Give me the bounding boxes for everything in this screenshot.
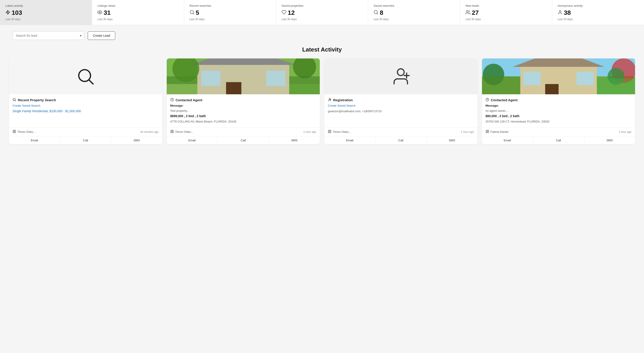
svg-rect-47: [545, 84, 558, 94]
card-footer: Timon Osbo... 1 hour ago EmailCallSMS: [324, 127, 478, 144]
action-btn-call[interactable]: Call: [376, 136, 427, 144]
stat-value-row: 31: [97, 9, 178, 16]
card-saved-search-link[interactable]: Create Saved Search: [12, 104, 159, 107]
svg-rect-22: [266, 71, 285, 86]
stat-label: Saved properties: [282, 4, 362, 8]
card-type-label: Contacted Agent: [176, 98, 202, 102]
create-lead-button[interactable]: Create Lead: [88, 31, 115, 40]
action-btn-email[interactable]: Email: [167, 136, 218, 144]
card-image: [9, 59, 162, 94]
stat-value-row: 27: [466, 9, 546, 16]
svg-rect-23: [167, 84, 197, 94]
card-address: 4779 COLLINS AV, Miami Beach, FLORIDA, 3…: [170, 120, 316, 124]
stat-icon-recent-searches: [190, 10, 194, 16]
svg-rect-21: [201, 71, 220, 86]
stat-number: 27: [472, 9, 479, 16]
svg-marker-0: [6, 10, 10, 14]
card-image: [482, 59, 635, 94]
action-btn-email[interactable]: Email: [9, 136, 60, 144]
card-agent-row: Timon Osbo... 44 minutes ago: [9, 127, 162, 136]
action-btn-call[interactable]: Call: [60, 136, 112, 144]
action-btn-email[interactable]: Email: [324, 136, 376, 144]
stat-value-row: 8: [374, 9, 454, 16]
action-btn-sms[interactable]: SMS: [111, 136, 162, 144]
svg-point-36: [329, 98, 330, 100]
card-type-label: Recent Property Search: [18, 98, 56, 102]
stat-icon-saved-searches: [374, 10, 378, 16]
svg-point-8: [79, 70, 91, 82]
stat-sublabel: Last 30 days: [97, 18, 178, 21]
svg-line-5: [377, 13, 378, 14]
action-btn-sms[interactable]: SMS: [426, 136, 478, 144]
stat-icon-anonymous-activity: [558, 10, 562, 16]
action-btn-sms[interactable]: SMS: [269, 136, 320, 144]
card-property-title: Single Family Residential, $100,000 - $1…: [12, 109, 159, 114]
action-btn-call[interactable]: Call: [218, 136, 269, 144]
stat-value-row: 5: [190, 9, 270, 16]
card-body: Contacted Agent Message:no agent owner..…: [482, 94, 635, 127]
svg-line-9: [90, 80, 93, 84]
large-register-icon: [391, 66, 411, 87]
search-container: ▾: [12, 31, 84, 40]
stat-number: 5: [196, 9, 200, 16]
svg-rect-53: [482, 76, 520, 94]
agent-icon: [328, 130, 332, 134]
stat-card-latest-activity: Latest activity 103 Last 30 days: [0, 0, 92, 25]
card-image: [167, 59, 320, 94]
stat-sublabel: Last 30 days: [558, 18, 639, 21]
svg-rect-15: [13, 132, 14, 133]
stat-label: Recent searches: [190, 4, 270, 8]
activity-card-card-3: Registration Create Saved Searchguwozor@…: [324, 59, 478, 144]
stat-card-saved-properties: Saved properties 12 Last 30 days: [276, 0, 368, 25]
agent-name: Fatima Daniel: [490, 130, 508, 134]
card-footer: Fatima Daniel 1 hour ago EmailCallSMS: [482, 127, 635, 144]
card-address: 25763 SW 128 CT, Homestead, FLORIDA, 330…: [486, 120, 632, 124]
card-body: Recent Property Search Create Saved Sear…: [9, 94, 162, 127]
card-type-row: Registration: [328, 98, 474, 102]
svg-rect-49: [576, 72, 594, 85]
stats-bar: Latest activity 103 Last 30 days Listing…: [0, 0, 644, 25]
search-input[interactable]: [12, 31, 84, 40]
stat-label: Saved searches: [374, 4, 454, 8]
stat-number: 31: [104, 9, 110, 16]
card-type-row: Contacted Agent: [170, 98, 316, 102]
card-actions: EmailCallSMS: [9, 136, 162, 144]
card-price: $899,000 , 2 bed , 2 bath: [170, 114, 316, 118]
action-btn-sms[interactable]: SMS: [584, 136, 635, 144]
card-saved-search-link[interactable]: Create Saved Search: [328, 104, 474, 107]
card-body: Contacted Agent Message:Test property...…: [167, 94, 320, 127]
time-ago: 1 hour ago: [461, 130, 474, 134]
agent-name: Timon Osbo...: [175, 130, 193, 134]
stat-number: 8: [380, 9, 383, 16]
house-image-1: [167, 59, 320, 94]
card-type-row: Recent Property Search: [12, 98, 159, 102]
stat-sublabel: Last 30 days: [466, 18, 546, 21]
svg-rect-58: [488, 130, 489, 131]
agent-icon: [170, 130, 174, 134]
stat-number: 103: [12, 9, 22, 16]
stat-value-row: 38: [558, 9, 639, 16]
card-agent-row: Fatima Daniel 1 hour ago: [482, 127, 635, 136]
svg-rect-20: [226, 82, 241, 94]
action-btn-email[interactable]: Email: [482, 136, 533, 144]
action-btn-call[interactable]: Call: [533, 136, 584, 144]
card-type-icon: [328, 98, 332, 102]
stat-icon-listings-views: [97, 10, 102, 16]
stat-sublabel: Last 30 days: [374, 18, 454, 21]
svg-rect-30: [172, 130, 174, 131]
card-type-label: Registration: [333, 98, 353, 102]
stat-icon-latest-activity: [5, 10, 10, 16]
card-type-row: Contacted Agent: [486, 98, 632, 102]
svg-rect-41: [330, 132, 331, 133]
stat-sublabel: Last 30 days: [190, 18, 270, 21]
stat-card-saved-searches: Saved searches 8 Last 30 days: [368, 0, 460, 25]
stat-value-row: 12: [282, 9, 362, 16]
card-actions: EmailCallSMS: [482, 136, 635, 144]
svg-rect-39: [328, 130, 330, 131]
svg-rect-14: [14, 132, 16, 133]
svg-point-33: [398, 69, 404, 76]
svg-point-6: [466, 11, 468, 12]
svg-rect-24: [289, 84, 320, 94]
card-footer: Timon Osbo... 1 hour ago EmailCallSMS: [167, 127, 320, 144]
svg-line-11: [15, 100, 16, 101]
